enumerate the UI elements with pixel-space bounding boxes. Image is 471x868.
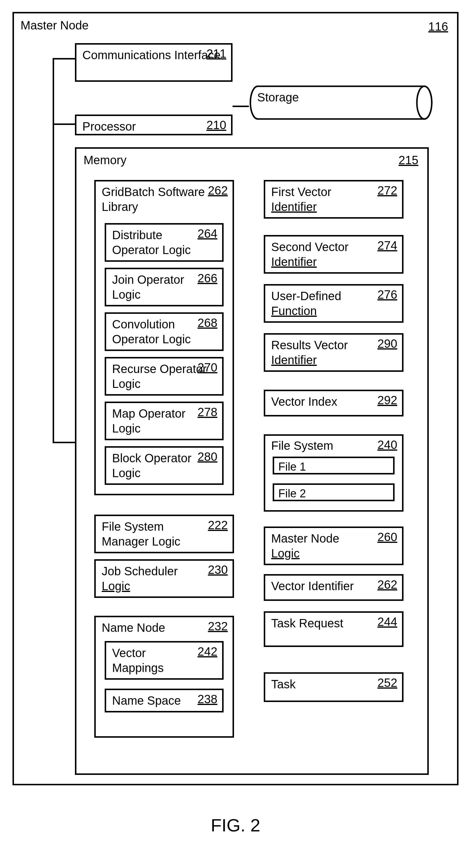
block-operator-box: Block OperatorLogic 280 [105,446,224,485]
processor-label: Processor [82,119,226,134]
communications-interface-ref: 211 [207,47,226,60]
vector-mappings-ref: 242 [197,645,217,658]
storage-cylinder: Storage [249,85,433,121]
distribute-operator-ref: 264 [197,227,217,240]
second-vector-ref: 274 [377,239,397,252]
name-node-box: Name Node 232 VectorMappings 242 Name Sp… [94,616,234,738]
job-scheduler-ref: 230 [208,563,228,577]
processor-ref: 210 [207,118,226,132]
task-box: Task 252 [264,672,404,702]
task-request-ref: 244 [377,615,397,628]
first-vector-box: First VectorIdentifier 272 [264,180,404,219]
stub-comm [53,58,76,60]
svg-point-0 [417,86,432,119]
master-node-container: Master Node 116 Communications Interface… [12,12,459,785]
stub-memory [53,442,76,443]
master-node-logic-ref: 260 [377,530,397,544]
memory-label: Memory [84,154,126,167]
fsm-ref: 222 [208,519,228,532]
software-library-ref: 262 [208,184,228,197]
udf-ref: 276 [377,288,397,301]
figure-caption: FIG. 2 [12,815,459,836]
udf-box: User-DefinedFunction 276 [264,284,404,323]
master-node-title: Master Node [21,19,89,32]
name-node-ref: 232 [208,620,228,633]
convolution-operator-ref: 268 [197,316,217,330]
task-ref: 252 [377,676,397,689]
vector-index-box: Vector Index 292 [264,390,404,416]
memory-box: Memory 215 GridBatch SoftwareLibrary 262… [75,147,429,775]
join-operator-ref: 266 [197,272,217,285]
communications-interface-box: Communications Interface 211 [75,43,232,82]
fsm-box: File SystemManager Logic 222 [94,515,234,553]
bus-line [53,58,54,443]
join-operator-box: Join OperatorLogic 266 [105,268,224,306]
file-system-ref: 240 [377,438,397,452]
distribute-operator-box: DistributeOperator Logic 264 [105,223,224,262]
vector-index-ref: 292 [377,394,397,407]
storage-label: Storage [257,91,299,104]
map-operator-ref: 278 [197,405,217,419]
map-operator-box: Map OperatorLogic 278 [105,402,224,440]
first-vector-ref: 272 [377,184,397,197]
second-vector-box: Second VectorIdentifier 274 [264,235,404,274]
file2-box: File 2 [273,484,395,501]
file1-box: File 1 [273,457,395,474]
file2-label: File 2 [278,487,389,501]
software-library-box: GridBatch SoftwareLibrary 262 Distribute… [94,180,234,495]
memory-ref: 215 [399,154,418,167]
results-vector-ref: 290 [377,337,397,350]
vector-mappings-box: VectorMappings 242 [105,641,224,680]
recurse-operator-ref: 270 [197,361,217,374]
processor-box: Processor 210 [75,115,232,135]
connector-storage [232,105,249,107]
results-vector-box: Results VectorIdentifier 290 [264,333,404,372]
task-request-box: Task Request 244 [264,611,404,647]
vector-identifier-box: Vector Identifier 262 [264,574,404,601]
stub-proc [53,123,76,125]
block-operator-ref: 280 [197,450,217,463]
name-space-box: Name Space 238 [105,689,224,712]
file-system-box: File System 240 File 1 File 2 [264,434,404,512]
name-space-ref: 238 [197,692,217,706]
master-node-ref: 116 [428,20,448,33]
job-scheduler-box: Job SchedulerLogic 230 [94,559,234,598]
vector-identifier-ref: 262 [377,578,397,591]
convolution-operator-box: ConvolutionOperator Logic 268 [105,312,224,351]
master-node-logic-box: Master NodeLogic 260 [264,527,404,565]
file1-label: File 1 [278,460,389,474]
diagram-page: Master Node 116 Communications Interface… [12,12,459,836]
communications-interface-label: Communications Interface [82,48,226,62]
recurse-operator-box: Recurse OperatorLogic 270 [105,357,224,396]
